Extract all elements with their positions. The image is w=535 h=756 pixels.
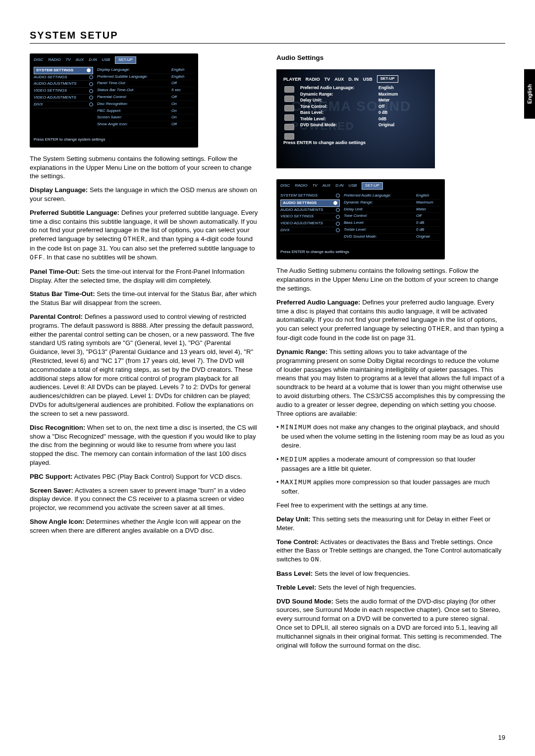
photo-setting-row: Preferred Audio Language:English (300, 85, 398, 91)
osd-setting-label: PBC Support: (97, 108, 171, 115)
osd-setting-label: Disc Recognition: (97, 101, 171, 108)
photo-tab-active: SET-UP (377, 75, 398, 83)
para-preferred-audio: Preferred Audio Language: Defines your p… (276, 298, 505, 343)
page-title: SYSTEM SETUP (30, 30, 505, 41)
osd-tab: USB (102, 57, 110, 63)
osd-setting-label: Delay Unit: (344, 206, 416, 213)
radio-dot-icon (89, 96, 93, 100)
osd-tab-active: SET-UP (362, 182, 383, 190)
para-preferred-subtitle: Preferred Subtitle Language: Defines you… (30, 208, 259, 262)
para-parental-control: Parental Control: Defines a password use… (30, 312, 259, 418)
photo-setting-row: Bass Level:0 dB (300, 110, 398, 115)
osd-menu-item: VIDEO ADJUSTMENTS (34, 95, 93, 101)
osd-setting-value: Original (416, 234, 441, 241)
osd-setting-label: Preferred Subtitle Language: (97, 74, 171, 81)
osd-menu-item: SYSTEM SETTINGS (280, 193, 340, 200)
osd-setting-label: Show Angle Icon: (97, 121, 171, 128)
photo-tab: PLAYER (283, 76, 301, 82)
photo-setting-row: Treble Level:0dB (300, 116, 398, 122)
radio-dot-icon (336, 215, 340, 219)
bullet-medium: • MEDIUM applies a moderate amount of co… (276, 455, 505, 473)
audio-intro-text: The Audio Setting submenu contains the f… (276, 266, 505, 293)
para-disc-recognition: Disc Recognition: When set to on, the ne… (30, 423, 259, 467)
photo-tab: AUX (334, 76, 344, 82)
osd-menu-item: AUDIO ADJUSTMENTS (280, 207, 340, 214)
source-icon (284, 105, 294, 111)
source-icon (284, 124, 294, 130)
audio-settings-photo: CINEMA SOUND POWERED PLAYER RADIO TV AUX… (276, 69, 435, 168)
osd-tabs: DISC RADIO TV AUX D-IN USB SET-UP (34, 56, 194, 64)
osd-setting-value: English (171, 74, 194, 81)
para-treble-level: Treble Level: Sets the level of high fre… (276, 583, 505, 592)
photo-tab: D. IN (348, 76, 359, 82)
osd-tab: RADIO (295, 183, 307, 189)
language-tab: English (524, 69, 535, 119)
osd-setting-label: Bass Level: (344, 220, 416, 227)
osd-setting-value: On (171, 108, 194, 115)
osd-setting-value: Meter (416, 206, 441, 213)
osd-setting-label: Status Bar Time-Out: (97, 87, 171, 94)
osd-setting-value: On (171, 101, 194, 108)
osd-setting-label: Panel Time-Out: (97, 80, 171, 87)
osd-footer: Press ENTER to change system settings (34, 137, 194, 143)
osd-setting-value: Maximum (416, 200, 441, 206)
left-column: DISC RADIO TV AUX D-IN USB SET-UP SYSTEM… (30, 53, 259, 655)
osd-setting-label: Tone Control: (344, 213, 416, 220)
para-screen-saver: Screen Saver: Activates a screen saver t… (30, 486, 259, 512)
photo-setting-row: DVD Sound Mode:Original (300, 122, 398, 128)
osd-setting-label: Screen Saver: (97, 114, 171, 121)
osd-setting-value: 0 dB (416, 220, 441, 227)
osd-setting-value: 5 sec (171, 87, 194, 94)
osd-menu-item: DIVX (280, 227, 340, 234)
osd-audio-settings-screenshot: DISC RADIO TV AUX D-IN USB SET-UP SYSTEM… (276, 179, 445, 259)
radio-dot-icon (87, 68, 91, 72)
source-icon (284, 86, 294, 93)
osd-tab: RADIO (48, 57, 60, 63)
radio-dot-icon (89, 75, 93, 79)
osd-setting-value: On (171, 114, 194, 121)
osd-tab: AUX (322, 183, 330, 189)
osd-setting-value: Off (171, 94, 194, 101)
radio-dot-icon (336, 228, 340, 232)
photo-setting-row: Delay Unit:Meter (300, 98, 398, 103)
osd-setting-value: English (171, 67, 194, 74)
para-dvd-sound-mode: DVD Sound Mode: Sets the audio format of… (276, 597, 505, 650)
title-rule (30, 43, 505, 44)
osd-menu-item: VIDEO SETTINGS (280, 213, 340, 220)
right-column: Audio Settings CINEMA SOUND POWERED PLAY… (276, 53, 505, 655)
osd-menu-item: VIDEO ADJUSTMENTS (280, 220, 340, 227)
osd-tab: D-IN (89, 57, 97, 63)
page-number: 19 (498, 734, 505, 741)
osd-tab: AUX (76, 57, 84, 63)
osd-system-settings-screenshot: DISC RADIO TV AUX D-IN USB SET-UP SYSTEM… (30, 53, 198, 148)
radio-dot-icon (89, 82, 93, 86)
source-icon (284, 133, 294, 140)
osd-tab: DISC (280, 183, 290, 189)
photo-setting-row: Tone Control:Off (300, 104, 398, 109)
osd-menu-item: AUDIO SETTINGS (280, 200, 340, 207)
para-tone-control: Tone Control: Activates or deactivates t… (276, 538, 505, 564)
osd-setting-label: Parental Control: (97, 94, 171, 101)
osd-setting-value: English (416, 193, 441, 200)
osd-tab: TV (65, 57, 70, 63)
bullet-minimum: • MINIMUM does not make any changes to t… (276, 423, 505, 450)
para-display-language: Display Language: Sets the language in w… (30, 186, 259, 203)
photo-side-icons (284, 86, 294, 140)
photo-setting-row: Dynamic Range:Maximum (300, 92, 398, 97)
osd-setting-value: Off (171, 121, 194, 128)
osd-tabs: DISC RADIO TV AUX D-IN USB SET-UP (280, 182, 441, 190)
osd-setting-label: Display Language: (97, 67, 171, 74)
osd-tab: DISC (34, 57, 43, 63)
osd-menu-item: AUDIO SETTINGS (34, 74, 93, 81)
para-delay-unit: Delay Unit: This setting sets the measur… (276, 515, 505, 533)
osd-setting-value: Off (416, 213, 441, 220)
photo-tab: RADIO (306, 76, 320, 82)
source-icon (284, 96, 294, 102)
osd-setting-value: 0 dB (416, 227, 441, 234)
osd-menu-item: AUDIO ADJUSTMENTS (34, 81, 93, 88)
para-status-bar-timeout: Status Bar Time-Out: Sets the time-out i… (30, 290, 259, 307)
radio-dot-icon (336, 194, 340, 198)
radio-dot-icon (89, 102, 93, 106)
osd-tab: D-IN (335, 183, 343, 189)
audio-settings-heading: Audio Settings (276, 53, 505, 62)
